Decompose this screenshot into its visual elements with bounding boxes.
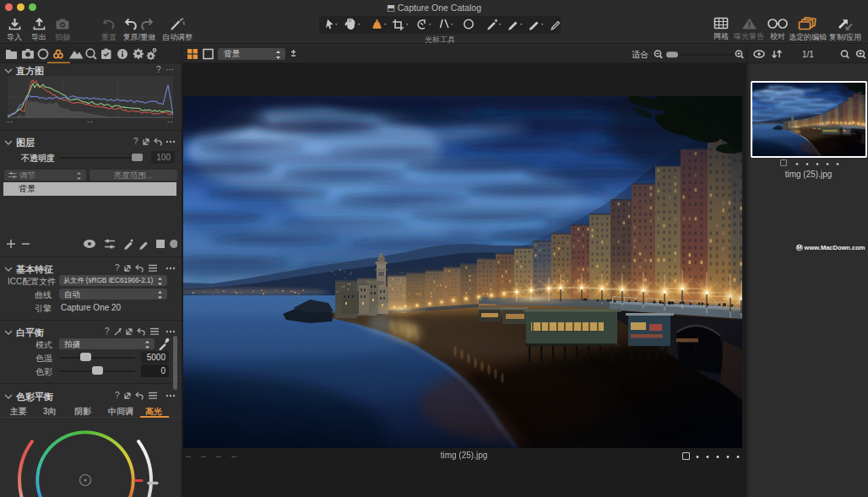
svg-text:?: ? — [115, 263, 120, 273]
svg-text:?: ? — [115, 391, 120, 400]
svg-text:?: ? — [133, 137, 138, 146]
svg-text:?: ? — [105, 327, 110, 336]
svg-text:1/1: 1/1 — [802, 50, 814, 59]
